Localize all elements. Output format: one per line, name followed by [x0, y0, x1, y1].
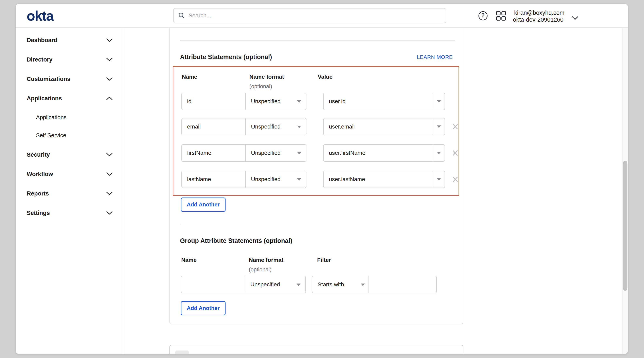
user-email: kiran@boxyhq.com — [513, 9, 564, 16]
filter-type-select[interactable]: Starts with — [312, 276, 369, 293]
chevron-up-icon — [106, 96, 113, 101]
section-divider — [180, 225, 455, 225]
attribute-name-input[interactable] — [182, 123, 245, 130]
main-content: Attribute Statements (optional) LEARN MO… — [124, 28, 622, 354]
attribute-name-field[interactable] — [182, 93, 246, 110]
attribute-row: Unspecified — [182, 93, 460, 110]
section-divider — [180, 41, 455, 41]
attribute-value-input[interactable] — [324, 150, 433, 156]
attribute-statements-highlight-box: Name Name format (optional) Value Unspec… — [173, 66, 459, 196]
search-icon — [178, 12, 185, 19]
search-input[interactable] — [188, 10, 446, 22]
group-name-input[interactable] — [181, 281, 245, 288]
group-attribute-row: Unspecified Starts with — [181, 276, 459, 293]
attribute-value-input[interactable] — [324, 176, 433, 183]
filter-value-field[interactable] — [369, 276, 436, 293]
user-menu[interactable]: kiran@boxyhq.com okta-dev-20901260 — [513, 9, 564, 23]
sidebar-item-directory[interactable]: Directory — [16, 56, 123, 64]
attribute-name-input[interactable] — [182, 98, 245, 105]
scrollbar-track[interactable] — [622, 28, 628, 354]
value-dropdown-toggle[interactable] — [433, 93, 444, 110]
column-header-format: Name format — [249, 256, 283, 264]
global-search[interactable] — [173, 8, 446, 23]
chevron-down-icon — [106, 77, 113, 81]
admin-console-window: okta ? — [16, 4, 628, 354]
add-another-group-attribute-button[interactable]: Add Another — [181, 301, 226, 315]
sidebar-item-applications[interactable]: Applications — [16, 94, 123, 102]
scrollbar-thumb[interactable] — [623, 161, 627, 291]
sidebar-item-customizations[interactable]: Customizations — [16, 75, 123, 83]
add-another-attribute-button[interactable]: Add Another — [181, 198, 226, 212]
attribute-value-input[interactable] — [324, 123, 433, 130]
attribute-value-field[interactable] — [324, 118, 433, 135]
chevron-down-icon — [106, 191, 113, 196]
remove-row-icon[interactable] — [452, 149, 459, 157]
sidebar-item-self-service[interactable]: Self Service — [16, 131, 123, 139]
sidebar-item-settings[interactable]: Settings — [16, 209, 123, 217]
chevron-down-icon — [106, 38, 113, 43]
attribute-value-field[interactable] — [324, 93, 433, 110]
next-section-card — [170, 345, 463, 354]
remove-row-icon[interactable] — [452, 123, 459, 130]
group-attribute-statements-title: Group Attribute Statements (optional) — [180, 236, 292, 245]
chevron-down-icon — [297, 178, 301, 181]
group-name-format-select[interactable]: Unspecified — [245, 276, 306, 293]
filter-value-input[interactable] — [369, 281, 436, 288]
user-menu-chevron-down-icon[interactable] — [571, 15, 579, 21]
apps-grid-icon[interactable] — [496, 11, 506, 21]
learn-more-link[interactable]: LEARN MORE — [417, 54, 453, 60]
sidebar-item-security[interactable]: Security — [16, 151, 123, 159]
column-header-format-note: (optional) — [249, 266, 272, 273]
chevron-down-icon — [437, 126, 441, 128]
column-header-filter: Filter — [317, 256, 331, 264]
name-format-select[interactable]: Unspecified — [246, 118, 306, 135]
attribute-name-input[interactable] — [182, 150, 245, 156]
okta-logo[interactable]: okta — [27, 9, 54, 23]
sidebar-nav: Dashboard Directory Customizations Appli… — [16, 28, 123, 354]
column-header-name: Name — [182, 73, 197, 81]
help-icon[interactable]: ? — [478, 11, 488, 21]
name-format-select[interactable]: Unspecified — [246, 171, 306, 188]
attribute-value-field[interactable] — [324, 171, 433, 188]
next-section-icon-placeholder — [175, 350, 189, 354]
chevron-down-icon — [297, 126, 301, 128]
chevron-down-icon — [296, 283, 300, 286]
chevron-down-icon — [437, 178, 441, 181]
attribute-row: Unspecified — [182, 144, 460, 162]
column-header-value: Value — [318, 73, 332, 81]
attribute-name-field[interactable] — [182, 145, 246, 161]
group-name-field[interactable] — [181, 276, 245, 293]
column-header-format: Name format — [250, 73, 284, 81]
attribute-statements-title: Attribute Statements (optional) — [180, 53, 272, 62]
user-org: okta-dev-20901260 — [513, 16, 564, 23]
attribute-name-field[interactable] — [182, 171, 246, 188]
attribute-row: Unspecified — [182, 171, 460, 188]
name-format-select[interactable]: Unspecified — [246, 145, 306, 161]
svg-text:?: ? — [482, 12, 484, 18]
chevron-down-icon — [106, 152, 113, 157]
attribute-name-field[interactable] — [182, 118, 246, 135]
chevron-down-icon — [437, 100, 441, 103]
top-bar: okta ? — [16, 4, 628, 28]
attribute-value-field[interactable] — [324, 145, 433, 161]
value-dropdown-toggle[interactable] — [433, 145, 444, 161]
chevron-down-icon — [106, 57, 113, 62]
sidebar-item-workflow[interactable]: Workflow — [16, 170, 123, 178]
attribute-value-input[interactable] — [324, 98, 433, 105]
chevron-down-icon — [297, 152, 301, 154]
saml-settings-card: Attribute Statements (optional) LEARN MO… — [170, 28, 463, 324]
value-dropdown-toggle[interactable] — [433, 171, 444, 188]
column-header-name: Name — [181, 256, 196, 264]
chevron-down-icon — [106, 210, 113, 215]
remove-row-icon[interactable] — [452, 176, 459, 183]
attribute-name-input[interactable] — [182, 176, 245, 183]
name-format-select[interactable]: Unspecified — [246, 93, 306, 110]
sidebar-item-reports[interactable]: Reports — [16, 189, 123, 198]
attribute-row: Unspecified — [182, 118, 460, 135]
chevron-down-icon — [361, 283, 365, 286]
chevron-down-icon — [106, 172, 113, 176]
sidebar-item-applications-sub[interactable]: Applications — [16, 113, 123, 121]
value-dropdown-toggle[interactable] — [433, 118, 444, 135]
sidebar-item-dashboard[interactable]: Dashboard — [16, 36, 123, 44]
chevron-down-icon — [437, 152, 441, 154]
